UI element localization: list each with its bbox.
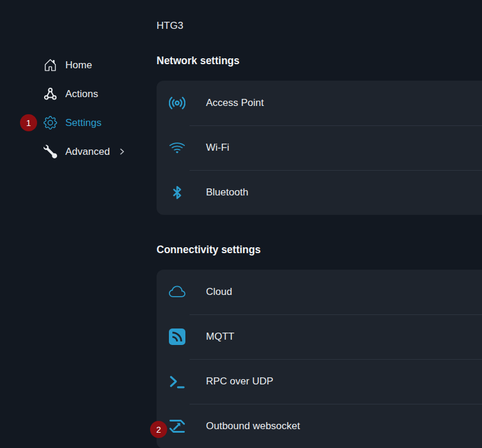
section-heading: Network settings: [157, 55, 240, 67]
sidebar-item-actions[interactable]: Actions: [0, 79, 157, 108]
sidebar: Home Actions 1 Settings Advanced: [0, 51, 157, 166]
step-badge-2: 2: [150, 421, 167, 438]
websocket-icon: [169, 418, 185, 434]
connectivity-settings-card: Cloud MQTT RPC over UDP Outbound websock…: [157, 270, 482, 448]
sidebar-item-settings[interactable]: 1 Settings: [0, 108, 157, 137]
settings-item-bluetooth[interactable]: Bluetooth: [157, 170, 482, 215]
terminal-icon: [169, 373, 185, 390]
step-badge-1: 1: [20, 114, 37, 131]
settings-item-wifi[interactable]: Wi-Fi: [157, 125, 482, 170]
settings-item-outbound-websocket[interactable]: Outbound websocket: [157, 404, 482, 448]
settings-item-label: Outbound websocket: [206, 420, 300, 432]
sidebar-item-advanced[interactable]: Advanced: [0, 137, 157, 166]
section-heading: Connectivity settings: [157, 244, 261, 256]
actions-icon: [44, 87, 57, 101]
sidebar-item-label: Advanced: [65, 146, 110, 158]
wifi-icon: [169, 140, 185, 156]
chevron-right-icon: [118, 147, 127, 156]
settings-item-label: RPC over UDP: [206, 376, 273, 387]
sidebar-item-label: Home: [65, 59, 92, 71]
settings-item-label: Bluetooth: [206, 187, 248, 198]
settings-item-mqtt[interactable]: MQTT: [157, 314, 482, 359]
sidebar-item-label: Settings: [65, 117, 101, 129]
cloud-icon: [169, 284, 185, 300]
settings-item-label: Wi-Fi: [206, 142, 230, 154]
app-window: Home Actions 1 Settings Advanced: [0, 0, 482, 448]
network-settings-card: Access Point Wi-Fi Bluetooth: [157, 81, 482, 215]
sidebar-item-label: Actions: [65, 88, 98, 100]
settings-item-rpc-over-udp[interactable]: RPC over UDP: [157, 359, 482, 404]
broadcast-icon: [169, 95, 185, 111]
sidebar-item-home[interactable]: Home: [0, 51, 157, 79]
settings-item-label: Access Point: [206, 97, 264, 109]
settings-item-cloud[interactable]: Cloud: [157, 270, 482, 314]
settings-item-label: MQTT: [206, 331, 234, 343]
home-icon: [44, 58, 57, 72]
device-title: HTG3: [157, 20, 183, 32]
settings-item-access-point[interactable]: Access Point: [157, 81, 482, 125]
rss-icon: [169, 328, 185, 345]
gear-icon: [44, 116, 57, 130]
settings-item-label: Cloud: [206, 286, 232, 298]
wrench-icon: [44, 145, 57, 158]
bluetooth-icon: [169, 184, 185, 201]
